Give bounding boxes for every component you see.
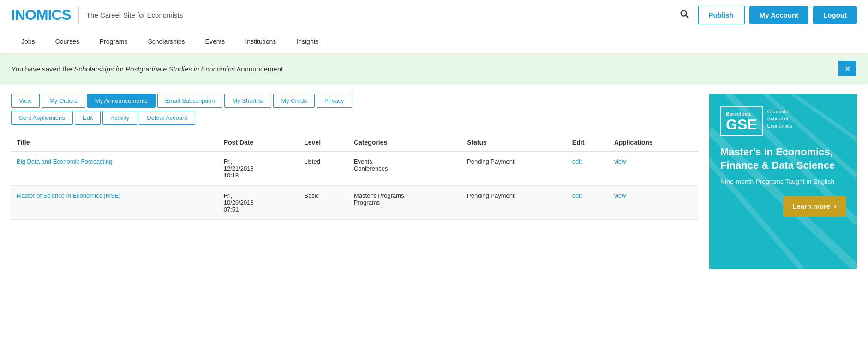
ad-cta-label: Learn more bbox=[792, 202, 830, 210]
tab-edit[interactable]: Edit bbox=[75, 111, 101, 125]
row1-status: Pending Payment bbox=[461, 151, 567, 186]
tab-my-shortlist[interactable]: My Shortlist bbox=[224, 94, 271, 108]
row1-view: view bbox=[609, 151, 698, 186]
row2-title: Master of Science in Economics (MSE) bbox=[11, 186, 218, 220]
announcements-table: Title Post Date Level Categories Status … bbox=[11, 134, 698, 220]
nav-item-courses[interactable]: Courses bbox=[45, 30, 90, 53]
header-tagline: The Career Site for Economists bbox=[86, 11, 668, 19]
my-account-button[interactable]: My Account bbox=[749, 6, 808, 24]
ad-logo-box: Barcelona GSE bbox=[720, 106, 763, 136]
nav-item-jobs[interactable]: Jobs bbox=[11, 30, 45, 53]
ad-content: Barcelona GSE Graduate School of Economi… bbox=[720, 106, 846, 217]
col-applications: Applications bbox=[609, 134, 698, 151]
ad-logo-gse: GSE bbox=[726, 117, 757, 132]
row2-post-date: Fri,10/26/2018 -07:51 bbox=[218, 186, 299, 220]
row2-level: Basic bbox=[299, 186, 348, 220]
row1-view-link[interactable]: view bbox=[614, 158, 626, 165]
table-row: Master of Science in Economics (MSE) Fri… bbox=[11, 186, 698, 220]
tabs-row1: View My Orders My Announcements Email Su… bbox=[11, 94, 698, 108]
row2-status: Pending Payment bbox=[461, 186, 567, 220]
main-container: View My Orders My Announcements Email Su… bbox=[0, 84, 868, 278]
row2-categories: Master's Programs,Programs bbox=[348, 186, 461, 220]
nav-item-institutions[interactable]: Institutions bbox=[235, 30, 286, 53]
header-divider bbox=[78, 7, 79, 24]
tab-email-subscription[interactable]: Email Subscription bbox=[157, 94, 223, 108]
tab-privacy[interactable]: Privacy bbox=[317, 94, 352, 108]
col-post-date: Post Date bbox=[218, 134, 299, 151]
nav-item-insights[interactable]: Insights bbox=[286, 30, 329, 53]
ad-subtext: Nine-month Programs Taught in English bbox=[720, 177, 846, 187]
col-title: Title bbox=[11, 134, 218, 151]
ad-logo-subtitle1: Graduate bbox=[767, 109, 789, 114]
row2-title-link[interactable]: Master of Science in Economics (MSE) bbox=[17, 192, 120, 199]
row1-edit-link[interactable]: edit bbox=[572, 158, 582, 165]
nav-item-programs[interactable]: Programs bbox=[90, 30, 138, 53]
col-status: Status bbox=[461, 134, 567, 151]
nav-item-scholarships[interactable]: Scholarships bbox=[138, 30, 195, 53]
ad-headline: Master's in Economics, Finance & Data Sc… bbox=[720, 146, 846, 172]
tab-view[interactable]: View bbox=[11, 94, 40, 108]
notification-banner: You have saved the Scholarships for Post… bbox=[0, 53, 868, 84]
main-nav: Jobs Courses Programs Scholarships Event… bbox=[0, 30, 868, 53]
tab-my-orders[interactable]: My Orders bbox=[42, 94, 85, 108]
table-row: Big Data and Economic Forecasting Fri,12… bbox=[11, 151, 698, 186]
tab-my-credit[interactable]: My Credit bbox=[273, 94, 315, 108]
ad-headline-text: Master's in Economics, Finance & Data Sc… bbox=[720, 146, 835, 171]
tab-my-announcements[interactable]: My Announcements bbox=[87, 94, 156, 108]
sidebar-ad: Barcelona GSE Graduate School of Economi… bbox=[709, 94, 857, 269]
ad-cta-button[interactable]: Learn more › bbox=[783, 196, 846, 217]
tab-delete-account[interactable]: Delete Account bbox=[139, 111, 195, 125]
row1-level: Listed bbox=[299, 151, 348, 186]
row1-title-link[interactable]: Big Data and Economic Forecasting bbox=[17, 158, 112, 165]
header-actions: Publish My Account Logout bbox=[676, 6, 857, 24]
col-edit: Edit bbox=[567, 134, 609, 151]
notification-close-button[interactable]: × bbox=[838, 61, 856, 76]
row1-categories: Events,Conferences bbox=[348, 151, 461, 186]
ad-logo-subtitle2: School of bbox=[767, 116, 789, 121]
search-button[interactable] bbox=[676, 7, 693, 23]
row1-edit: edit bbox=[567, 151, 609, 186]
publish-button[interactable]: Publish bbox=[698, 6, 745, 24]
svg-line-1 bbox=[686, 15, 688, 18]
col-categories: Categories bbox=[348, 134, 461, 151]
tab-sent-applications[interactable]: Sent Applications bbox=[11, 111, 73, 125]
notification-italic: Scholarships for Postgraduate Studies in… bbox=[74, 65, 235, 73]
ad-logo-area: Barcelona GSE Graduate School of Economi… bbox=[720, 106, 846, 136]
tab-activity[interactable]: Activity bbox=[102, 111, 137, 125]
row2-edit-link[interactable]: edit bbox=[572, 192, 582, 199]
row1-post-date: Fri,12/21/2018 -10:18 bbox=[218, 151, 299, 186]
row2-view-link[interactable]: view bbox=[614, 192, 626, 199]
ad-logo-subtitle3: Economics bbox=[767, 123, 792, 129]
content-area: View My Orders My Announcements Email Su… bbox=[11, 94, 698, 220]
tabs-row2: Sent Applications Edit Activity Delete A… bbox=[11, 111, 698, 125]
logo[interactable]: INOMICS bbox=[11, 6, 71, 24]
table-header-row: Title Post Date Level Categories Status … bbox=[11, 134, 698, 151]
col-level: Level bbox=[299, 134, 348, 151]
search-icon bbox=[679, 9, 689, 19]
row2-view: view bbox=[609, 186, 698, 220]
ad-logo-right: Graduate School of Economics bbox=[767, 106, 792, 129]
logout-button[interactable]: Logout bbox=[813, 6, 857, 24]
row2-edit: edit bbox=[567, 186, 609, 220]
notification-text: You have saved the Scholarships for Post… bbox=[12, 65, 285, 73]
ad-cta-arrow: › bbox=[834, 201, 837, 211]
header: INOMICS The Career Site for Economists P… bbox=[0, 0, 868, 30]
row1-title: Big Data and Economic Forecasting bbox=[11, 151, 218, 186]
nav-item-events[interactable]: Events bbox=[195, 30, 235, 53]
